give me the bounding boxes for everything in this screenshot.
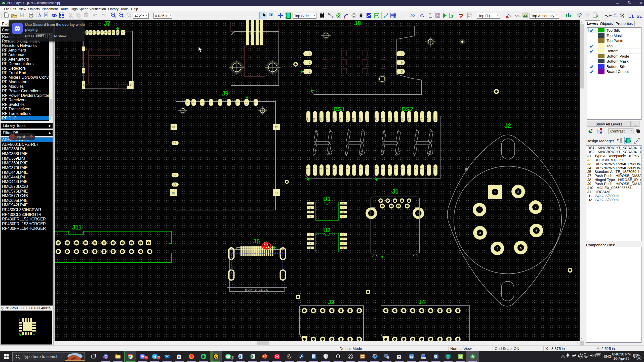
svg-text:BOARD EDGE: BOARD EDGE (245, 288, 268, 291)
svg-text:8: 8 (352, 168, 355, 169)
svg-text:3: 3 (319, 168, 322, 169)
svg-text:2: 2 (313, 338, 314, 340)
svg-text:1: 1 (116, 32, 118, 33)
svg-text:11: 11 (331, 309, 333, 312)
svg-text:14: 14 (345, 118, 348, 121)
svg-text:12: 12 (427, 118, 429, 121)
svg-text:2: 2 (310, 207, 311, 209)
svg-text:8: 8 (89, 32, 91, 33)
svg-text:12: 12 (83, 70, 86, 72)
svg-text:6: 6 (339, 168, 342, 169)
svg-text:22: 22 (57, 250, 59, 253)
svg-text:11: 11 (275, 192, 278, 195)
svg-text:12: 12 (439, 309, 441, 312)
svg-text:11: 11 (365, 118, 368, 121)
svg-text:9: 9 (380, 200, 381, 202)
svg-text:3: 3 (227, 102, 229, 103)
svg-text:2: 2 (149, 250, 150, 253)
svg-text:4: 4 (326, 168, 329, 169)
svg-text:12: 12 (321, 309, 324, 312)
svg-text:5: 5 (520, 246, 521, 250)
svg-text:2: 2 (478, 208, 480, 212)
svg-text:6: 6 (535, 229, 537, 233)
svg-text:1: 1 (310, 234, 311, 236)
svg-text:13: 13 (173, 142, 176, 145)
svg-text:9: 9 (349, 309, 351, 312)
svg-text:6: 6 (349, 338, 351, 340)
svg-text:3: 3 (257, 33, 260, 34)
svg-text:1: 1 (374, 168, 377, 169)
svg-text:4: 4 (262, 33, 265, 34)
svg-text:5: 5 (401, 70, 403, 73)
svg-text:12: 12 (103, 250, 105, 253)
svg-text:15: 15 (412, 309, 414, 312)
svg-text:9: 9 (121, 32, 124, 33)
svg-text:11: 11 (373, 212, 375, 215)
svg-text:7: 7 (414, 168, 416, 169)
svg-text:4: 4 (218, 102, 221, 103)
svg-text:2: 2 (391, 205, 392, 207)
svg-text:8: 8 (359, 309, 360, 312)
svg-text:2: 2 (253, 33, 256, 34)
svg-text:17: 17 (394, 118, 397, 121)
svg-text:16: 16 (172, 126, 175, 129)
svg-text:13: 13 (83, 84, 86, 86)
svg-text:18: 18 (385, 309, 387, 312)
svg-text:4: 4 (104, 32, 106, 33)
svg-text:13: 13 (352, 118, 355, 121)
svg-text:8: 8 (122, 250, 123, 253)
svg-text:18: 18 (387, 118, 390, 121)
svg-text:20: 20 (66, 250, 68, 253)
svg-text:7: 7 (342, 207, 344, 209)
svg-text:8: 8 (448, 338, 450, 340)
svg-text:14: 14 (421, 309, 423, 312)
svg-text:U1: U1 (323, 196, 331, 202)
svg-text:13: 13 (94, 242, 96, 244)
svg-text:18: 18 (319, 118, 322, 121)
svg-text:2: 2 (309, 61, 311, 64)
svg-text:3D: 3D (52, 14, 57, 18)
svg-text:23: 23 (637, 356, 640, 359)
svg-text:10: 10 (433, 167, 436, 170)
svg-text:DRC: DRC (459, 13, 464, 16)
svg-text:8: 8 (387, 200, 388, 202)
svg-text:13: 13 (312, 309, 315, 312)
svg-text:7: 7 (192, 102, 194, 103)
svg-text:9: 9 (113, 242, 114, 244)
svg-text:5: 5 (342, 215, 344, 218)
svg-text:6: 6 (96, 32, 99, 33)
svg-text:3: 3 (108, 32, 110, 33)
svg-text:6: 6 (401, 200, 403, 202)
svg-text:10: 10 (416, 212, 419, 215)
svg-text:16: 16 (400, 118, 403, 121)
svg-text:4: 4 (310, 247, 311, 249)
svg-text:7: 7 (345, 168, 348, 169)
svg-text:1: 1 (306, 168, 309, 169)
svg-text:15: 15 (407, 118, 410, 121)
svg-text:3: 3 (398, 205, 399, 207)
svg-text:2: 2 (313, 168, 315, 169)
svg-text:2: 2 (310, 238, 311, 241)
svg-text:1: 1 (148, 242, 149, 244)
svg-text:18: 18 (75, 250, 78, 253)
svg-text:3: 3 (310, 211, 311, 213)
svg-text:5: 5 (100, 32, 103, 33)
svg-text:15: 15 (173, 174, 176, 176)
svg-text:6: 6 (131, 250, 132, 253)
svg-text:12: 12 (358, 118, 361, 121)
svg-text:8: 8 (420, 168, 423, 169)
svg-text:3: 3 (387, 168, 390, 169)
svg-text:J3: J3 (328, 299, 335, 305)
svg-text:7: 7 (535, 205, 536, 209)
svg-text:1: 1 (86, 48, 87, 50)
svg-text:ABC: ABC (515, 14, 520, 17)
svg-text:3: 3 (479, 231, 481, 235)
svg-text:5: 5 (332, 168, 335, 169)
svg-text:14: 14 (130, 84, 132, 86)
svg-text:J2: J2 (504, 122, 511, 129)
svg-text:S: S (388, 357, 389, 358)
svg-text:16: 16 (403, 309, 405, 312)
svg-text:6: 6 (407, 168, 410, 169)
svg-text:10: 10 (172, 192, 175, 195)
svg-text:8: 8 (517, 190, 519, 194)
